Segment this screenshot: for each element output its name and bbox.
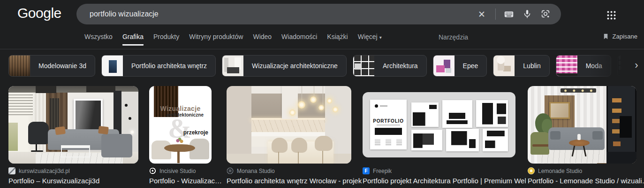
result-source[interactable]: Monana Studio xyxy=(227,167,351,174)
result-image-link[interactable] xyxy=(227,86,351,164)
art-shape xyxy=(577,134,581,140)
tab-witryny-produktow[interactable]: Witryny produktów xyxy=(189,31,243,46)
result-title[interactable]: Portfolio - Lemonade Studio / wizuali… xyxy=(528,177,644,185)
result-card: Lemonade Studio Portfolio - Lemonade Stu… xyxy=(528,86,636,185)
apps-grid-icon[interactable] xyxy=(607,11,616,20)
tab-wszystko[interactable]: Wszystko xyxy=(84,31,113,46)
result-title[interactable]: Portfolio – Kurswizualizacji3d xyxy=(8,177,149,185)
tab-wideo[interactable]: Wideo xyxy=(253,31,272,46)
art-shape xyxy=(375,139,402,145)
art-shape xyxy=(55,126,66,135)
art-shape xyxy=(606,152,636,164)
site-favicon xyxy=(227,167,234,174)
result-source[interactable]: kurswizualizacji3d.pl xyxy=(8,167,138,174)
result-card: & Wizualizacje architektoniczne przekroj… xyxy=(149,86,212,185)
search-input[interactable] xyxy=(90,10,418,18)
keyboard-icon[interactable] xyxy=(504,9,514,19)
chip-epee[interactable]: Epee xyxy=(433,55,487,77)
site-favicon xyxy=(8,167,15,174)
art-shape xyxy=(569,140,590,146)
tab-grafika[interactable]: Grafika xyxy=(122,31,144,46)
saved-label: Zapisane xyxy=(613,33,637,40)
tab-wiadomosci[interactable]: Wiadomości xyxy=(281,31,317,46)
result-image[interactable]: PORTFOLIO xyxy=(363,92,515,157)
result-title[interactable]: Portfolio architekta wnętrz Wrocław - pr… xyxy=(227,177,362,185)
result-image[interactable]: & Wizualizacje architektoniczne przekroj… xyxy=(149,86,212,164)
result-card: kurswizualizacji3d.pl Portfolio – Kurswi… xyxy=(8,86,138,185)
chips-next-arrow[interactable]: › xyxy=(630,60,643,72)
chip-thumbnail xyxy=(493,55,515,76)
result-image-link[interactable]: PORTFOLIO xyxy=(363,86,515,164)
source-name: Freepik xyxy=(373,168,392,174)
result-image[interactable] xyxy=(8,86,138,164)
chip-label: Epee xyxy=(455,62,487,70)
chip-thumbnail xyxy=(433,55,455,76)
bookmark-icon xyxy=(602,33,609,40)
source-name: Monana Studio xyxy=(237,168,275,174)
chip-portfolio-architekta-wnetrz[interactable]: Portfolio architekta wnętrz xyxy=(101,55,216,77)
tools-button[interactable]: Narzędzia xyxy=(439,33,468,41)
poster-title-line1: Wizualizacje xyxy=(149,105,212,112)
art-shape xyxy=(315,136,333,151)
search-bar[interactable]: ✕ xyxy=(76,4,561,24)
result-source[interactable]: Lemonade Studio xyxy=(528,167,636,174)
art-shape xyxy=(272,138,288,153)
chip-lublin[interactable]: Lublin xyxy=(493,55,549,77)
art-shape xyxy=(442,100,472,128)
art-shape xyxy=(530,132,549,155)
art-shape xyxy=(302,86,302,103)
art-shape xyxy=(164,144,195,152)
art-shape xyxy=(550,131,561,140)
microphone-icon[interactable] xyxy=(522,9,532,19)
result-title[interactable]: Portfolio projekt Architektura Portfolio… xyxy=(363,177,526,185)
chip-thumbnail xyxy=(9,55,30,76)
google-lens-icon[interactable] xyxy=(540,9,551,19)
source-name: Incisive Studio xyxy=(159,168,196,174)
chip-modelowanie-3d[interactable]: Modelowanie 3d xyxy=(8,55,95,77)
art-shape xyxy=(8,123,18,151)
art-shape xyxy=(592,131,603,140)
result-image[interactable] xyxy=(528,86,636,164)
art-shape xyxy=(175,138,184,144)
chip-architektura[interactable]: Architektura xyxy=(353,55,427,77)
chip-moda[interactable]: Moda xyxy=(556,55,611,77)
art-shape xyxy=(28,122,49,144)
result-image-link[interactable] xyxy=(528,86,636,164)
search-bar-divider xyxy=(495,8,496,20)
clear-search-icon[interactable]: ✕ xyxy=(476,10,487,19)
search-bar-icons: ✕ xyxy=(476,8,551,20)
chip-label: Architektura xyxy=(374,62,426,70)
art-shape xyxy=(298,101,305,109)
tab-wiecej[interactable]: Więcej▾ xyxy=(358,31,382,46)
chip-thumbnail xyxy=(556,55,577,76)
result-image[interactable] xyxy=(227,86,351,164)
chip-label: Lublin xyxy=(515,62,549,70)
art-shape xyxy=(476,100,508,127)
google-logo[interactable]: Google xyxy=(17,5,61,21)
result-image-link[interactable]: & Wizualizacje architektoniczne przekroj… xyxy=(149,86,212,164)
art-shape xyxy=(31,150,43,152)
art-shape: PORTFOLIO xyxy=(370,100,407,149)
chip-projektowanie-wnetrz[interactable]: Projektowanie wnętrz xyxy=(617,55,631,77)
saved-button[interactable]: Zapisane xyxy=(602,33,637,40)
art-shape xyxy=(446,129,479,151)
chip-label: Modelowanie 3d xyxy=(30,62,95,70)
result-source[interactable]: Incisive Studio xyxy=(149,167,212,174)
result-title[interactable]: Portfolio - Wizualizac… xyxy=(149,177,222,185)
art-shape xyxy=(278,152,279,164)
tab-produkty[interactable]: Produkty xyxy=(153,31,179,46)
mockup-cover-title: PORTFOLIO xyxy=(370,118,407,124)
art-shape xyxy=(251,132,325,136)
art-shape xyxy=(61,145,90,157)
art-shape xyxy=(291,138,307,153)
art-shape xyxy=(310,96,317,103)
tab-ksiazki[interactable]: Książki xyxy=(327,31,348,46)
art-shape xyxy=(561,88,596,93)
result-source[interactable]: F Freepik xyxy=(363,167,515,174)
result-image-link[interactable] xyxy=(8,86,138,164)
art-shape xyxy=(130,130,134,134)
result-card: Monana Studio Portfolio architekta wnętr… xyxy=(227,86,351,185)
chip-label: Portfolio architekta wnętrz xyxy=(123,62,215,70)
art-shape xyxy=(177,151,180,163)
chip-wizualizacje-architektoniczne[interactable]: Wizualizacje architektoniczne xyxy=(222,55,347,77)
